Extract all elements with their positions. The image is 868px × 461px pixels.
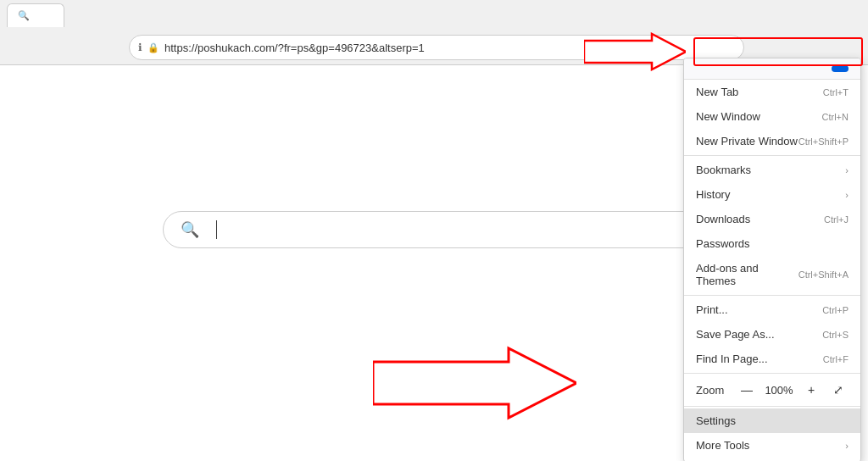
address-info-icon: ℹ bbox=[138, 42, 142, 53]
menu-item-left-bookmarks: Bookmarks bbox=[696, 164, 751, 176]
reload-button[interactable] bbox=[68, 34, 95, 61]
firefox-menu: New Tab Ctrl+T New Window Ctrl+N New Pri… bbox=[683, 58, 861, 461]
menu-item-label-print: Print... bbox=[696, 303, 728, 316]
menu-item-addons[interactable]: Add-ons and Themes Ctrl+Shift+A bbox=[684, 256, 860, 293]
address-bar[interactable]: ℹ 🔒 bbox=[129, 35, 744, 60]
minimize-button[interactable] bbox=[737, 0, 776, 31]
menu-item-label-new-window: New Window bbox=[696, 110, 760, 123]
menu-item-left-save-page: Save Page As... bbox=[696, 328, 775, 341]
search-icon: 🔍 bbox=[181, 220, 199, 239]
menu-item-left-history: History bbox=[696, 188, 730, 201]
menu-item-save-page[interactable]: Save Page As... Ctrl+S bbox=[684, 322, 860, 347]
tab-close-button[interactable] bbox=[40, 9, 53, 23]
menu-item-label-history: History bbox=[696, 188, 730, 201]
menu-item-label-new-private-window: New Private Window bbox=[696, 135, 798, 147]
arrow-more-tools: › bbox=[845, 441, 849, 451]
shortcut-save-page: Ctrl+S bbox=[822, 330, 849, 340]
new-tab-button[interactable] bbox=[68, 3, 92, 27]
home-button[interactable] bbox=[98, 34, 125, 61]
shortcut-print: Ctrl+P bbox=[822, 305, 849, 315]
arrow-history: › bbox=[845, 190, 849, 200]
menu-item-left-new-private-window: New Private Window bbox=[696, 135, 798, 147]
menu-item-label-find-in-page: Find In Page... bbox=[696, 353, 768, 365]
menu-item-label-save-page: Save Page As... bbox=[696, 328, 775, 341]
menu-item-label-bookmarks: Bookmarks bbox=[696, 164, 751, 176]
menu-divider-9 bbox=[684, 295, 860, 296]
menu-item-left-new-tab: New Tab bbox=[696, 86, 738, 98]
restore-button[interactable] bbox=[780, 0, 819, 31]
close-button[interactable] bbox=[822, 0, 861, 31]
zoom-label: Zoom bbox=[696, 384, 730, 397]
menu-divider-15 bbox=[684, 406, 860, 407]
search-area: 🔍 bbox=[163, 211, 705, 248]
arrow-bookmarks: › bbox=[845, 165, 849, 175]
browser-chrome: 🔍 ℹ 🔒 bbox=[0, 0, 868, 65]
title-bar: 🔍 bbox=[0, 0, 868, 31]
search-cursor bbox=[216, 220, 217, 239]
zoom-value: 100% bbox=[764, 384, 794, 397]
menu-item-left-addons: Add-ons and Themes bbox=[696, 262, 798, 287]
settings-arrow bbox=[373, 345, 576, 421]
search-box: 🔍 bbox=[163, 211, 705, 248]
shortcut-find-in-page: Ctrl+F bbox=[823, 354, 849, 364]
svg-marker-1 bbox=[373, 348, 576, 418]
sign-in-button[interactable] bbox=[832, 65, 849, 72]
url-input[interactable] bbox=[164, 42, 735, 54]
menu-item-new-window[interactable]: New Window Ctrl+N bbox=[684, 104, 860, 129]
menu-item-left-more-tools: More Tools bbox=[696, 439, 749, 452]
menu-item-label-downloads: Downloads bbox=[696, 213, 750, 225]
menu-item-label-settings: Settings bbox=[696, 414, 736, 427]
menu-item-left-downloads: Downloads bbox=[696, 213, 750, 225]
menu-item-passwords[interactable]: Passwords bbox=[684, 231, 860, 256]
menu-item-find-in-page[interactable]: Find In Page... Ctrl+F bbox=[684, 347, 860, 371]
forward-button[interactable] bbox=[37, 34, 64, 61]
menu-item-new-private-window[interactable]: New Private Window Ctrl+Shift+P bbox=[684, 129, 860, 153]
menu-item-label-passwords: Passwords bbox=[696, 237, 750, 250]
sync-section-header bbox=[684, 58, 860, 80]
menu-item-bookmarks[interactable]: Bookmarks › bbox=[684, 158, 860, 182]
shortcut-new-window: Ctrl+N bbox=[822, 112, 849, 122]
menu-item-left-new-window: New Window bbox=[696, 110, 760, 123]
tab-icon: 🔍 bbox=[18, 10, 30, 21]
back-button[interactable] bbox=[7, 34, 34, 61]
zoom-minus-button[interactable]: — bbox=[737, 380, 757, 400]
lock-icon: 🔒 bbox=[147, 42, 159, 53]
menu-divider-3 bbox=[684, 155, 860, 156]
zoom-expand-button[interactable]: ⤢ bbox=[828, 380, 849, 400]
tab-bar: 🔍 bbox=[7, 3, 737, 27]
menu-item-history[interactable]: History › bbox=[684, 182, 860, 207]
zoom-plus-button[interactable]: + bbox=[801, 380, 821, 400]
menu-scroll-area[interactable]: New Tab Ctrl+T New Window Ctrl+N New Pri… bbox=[684, 58, 860, 461]
menu-item-left-settings: Settings bbox=[696, 414, 736, 427]
window-controls bbox=[737, 0, 861, 31]
menu-items: New Tab Ctrl+T New Window Ctrl+N New Pri… bbox=[684, 80, 860, 461]
menu-item-left-find-in-page: Find In Page... bbox=[696, 353, 768, 365]
menu-item-help[interactable]: Help › bbox=[684, 458, 860, 461]
shortcut-addons: Ctrl+Shift+A bbox=[798, 269, 849, 280]
menu-item-left-print: Print... bbox=[696, 303, 728, 316]
menu-item-downloads[interactable]: Downloads Ctrl+J bbox=[684, 207, 860, 231]
menu-item-print[interactable]: Print... Ctrl+P bbox=[684, 297, 860, 322]
shortcut-downloads: Ctrl+J bbox=[824, 214, 849, 225]
menu-item-left-passwords: Passwords bbox=[696, 237, 750, 250]
menu-divider-13 bbox=[684, 373, 860, 374]
menu-item-settings[interactable]: Settings bbox=[684, 408, 860, 433]
active-tab[interactable]: 🔍 bbox=[7, 3, 64, 27]
shortcut-new-tab: Ctrl+T bbox=[823, 87, 849, 97]
menu-item-label-more-tools: More Tools bbox=[696, 439, 749, 452]
menu-item-label-addons: Add-ons and Themes bbox=[696, 262, 798, 287]
shortcut-new-private-window: Ctrl+Shift+P bbox=[798, 136, 849, 147]
menu-item-label-new-tab: New Tab bbox=[696, 86, 738, 98]
menu-item-more-tools[interactable]: More Tools › bbox=[684, 433, 860, 458]
menu-item-new-tab[interactable]: New Tab Ctrl+T bbox=[684, 80, 860, 104]
zoom-row: Zoom — 100% + ⤢ bbox=[684, 375, 860, 404]
